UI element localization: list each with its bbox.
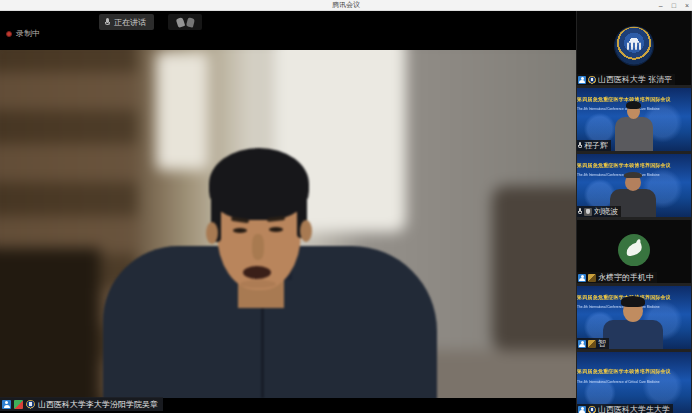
mic-icon xyxy=(578,208,582,215)
participant-name: 刘晓波 xyxy=(594,206,618,217)
member-icon xyxy=(578,76,586,84)
main-speaker-name-bar: 山西医科大学李大学汾阳学院吴章 xyxy=(0,397,163,411)
participant-thumbnail[interactable]: 第四届急危重症医学本硕博培养国际会议 The 4th International… xyxy=(577,352,691,413)
main-video-feed[interactable] xyxy=(0,50,576,398)
banner-subtitle: The 4th International Conference of Crit… xyxy=(577,380,691,384)
participant-thumbnail[interactable]: 第四届急危重症医学本硕博培养国际会议 The 4th International… xyxy=(577,154,691,217)
participant-thumbnail[interactable]: 永横宇的手机中 xyxy=(577,220,691,283)
participant-name-label: 永横宇的手机中 xyxy=(577,272,657,283)
participant-name-label: 刘晓波 xyxy=(577,206,621,217)
close-button[interactable]: × xyxy=(685,1,689,11)
mic-icon xyxy=(578,142,582,149)
participant-name: 智 xyxy=(598,338,606,349)
banner-title: 第四届急危重症医学本硕博培养国际会议 xyxy=(577,368,691,375)
emblem-icon xyxy=(26,400,35,409)
participant-avatar xyxy=(615,27,653,65)
main-video-stage[interactable]: 正在讲话 录制中 xyxy=(0,11,576,413)
emblem-icon xyxy=(588,76,596,84)
participant-name-label: 智 xyxy=(577,338,609,349)
record-dot-icon xyxy=(6,31,12,37)
extra-icon xyxy=(584,208,592,216)
member-icon xyxy=(578,274,586,282)
emblem-icon xyxy=(588,406,596,413)
share-icon xyxy=(14,400,23,409)
window-controls: – □ × xyxy=(659,0,689,11)
minimize-button[interactable]: – xyxy=(659,1,663,11)
member-icon xyxy=(2,400,11,409)
hand-icon xyxy=(186,17,195,27)
member-icon xyxy=(578,406,586,413)
hand-icon xyxy=(175,17,184,28)
window-titlebar: 腾讯会议 – □ × xyxy=(0,0,692,11)
maximize-button[interactable]: □ xyxy=(672,1,676,11)
participant-name: 山西医科大学 张清平 xyxy=(598,74,672,85)
window-title: 腾讯会议 xyxy=(332,0,360,10)
participant-name: 永横宇的手机中 xyxy=(598,272,654,283)
recording-label: 录制中 xyxy=(16,28,40,39)
participant-name: 山西医科大学生大学 xyxy=(598,404,670,413)
participant-name-label: 山西医科大学生大学 xyxy=(577,404,673,413)
recording-badge: 录制中 xyxy=(6,28,40,39)
speaking-indicator-pill[interactable]: 正在讲话 xyxy=(99,14,154,30)
raise-hand-indicator[interactable] xyxy=(168,14,202,30)
participant-thumbnail[interactable]: 山西医科大学 张清平 xyxy=(577,11,691,85)
participants-sidebar[interactable]: 山西医科大学 张清平 第四届急危重症医学本硕博培养国际会议 The 4th In… xyxy=(576,11,692,413)
meeting-app: 正在讲话 录制中 xyxy=(0,11,692,413)
microphone-icon xyxy=(105,18,110,26)
participant-thumbnail[interactable]: 第四届急危重症医学本硕博培养国际会议 The 4th International… xyxy=(577,286,691,349)
participant-name: 程子辉 xyxy=(584,140,608,151)
badge-icon xyxy=(588,274,596,282)
participant-name-label: 山西医科大学 张清平 xyxy=(577,74,675,85)
participant-avatar xyxy=(618,234,650,266)
speaking-label: 正在讲话 xyxy=(114,17,146,28)
badge-icon xyxy=(588,340,596,348)
main-speaker-name: 山西医科大学李大学汾阳学院吴章 xyxy=(38,399,158,410)
main-speaker-person xyxy=(0,50,576,398)
participant-thumbnail[interactable]: 第四届急危重症医学本硕博培养国际会议 The 4th International… xyxy=(577,88,691,151)
member-icon xyxy=(578,340,586,348)
participant-name-label: 程子辉 xyxy=(577,140,611,151)
